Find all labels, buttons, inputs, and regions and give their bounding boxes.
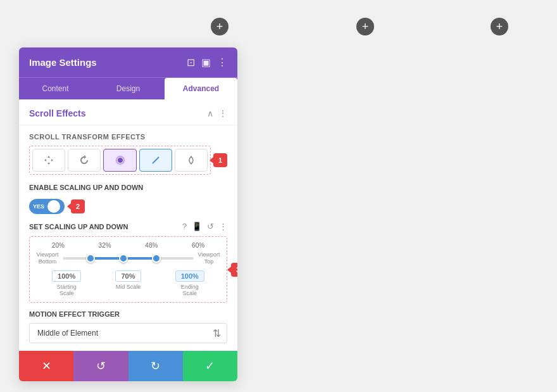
enable-scaling-row: Enable Scaling Up and Down bbox=[29, 184, 227, 191]
save-icon: ✓ bbox=[205, 359, 215, 373]
motion-trigger-select[interactable]: Middle of Element Top of Element Bottom … bbox=[29, 323, 227, 343]
badge-2: 2 bbox=[71, 199, 85, 213]
undo-icon: ↺ bbox=[96, 359, 106, 373]
toggle-yes-label: YES bbox=[31, 203, 46, 210]
cancel-icon: ✕ bbox=[42, 359, 51, 373]
svg-line-3 bbox=[153, 157, 159, 163]
slider-thumb-start[interactable] bbox=[86, 254, 95, 263]
viewport-top-label: ViewportTop bbox=[196, 251, 222, 265]
image-settings-panel: Image Settings ⊡ ▣ ⋮ Content Design Adva… bbox=[19, 47, 237, 381]
viewport-bottom-label: ViewportBottom bbox=[35, 251, 60, 265]
add-column-button-1[interactable]: + bbox=[211, 18, 228, 35]
add-column-button-3[interactable]: + bbox=[491, 18, 508, 35]
footer-buttons: ✕ ↺ ↻ ✓ bbox=[19, 351, 237, 381]
motion-trigger-select-wrapper: Middle of Element Top of Element Bottom … bbox=[29, 323, 227, 343]
mid-scale-value[interactable]: 70% bbox=[115, 270, 141, 282]
tab-advanced[interactable]: Advanced bbox=[165, 78, 237, 99]
redo-icon: ↻ bbox=[151, 359, 160, 373]
pct-32: 32% bbox=[99, 242, 111, 249]
scaling-toggle[interactable]: YES bbox=[29, 199, 65, 214]
scroll-effects-section-header: Scroll Effects ∧ ⋮ bbox=[19, 99, 237, 125]
pct-60: 60% bbox=[192, 242, 204, 249]
slider-track-row: ViewportBottom ViewportTop bbox=[35, 251, 222, 265]
add-column-button-2[interactable]: + bbox=[356, 18, 374, 35]
transform-move-btn[interactable] bbox=[32, 149, 65, 172]
scale-values: 100% StartingScale 70% Mid Scale 100% En… bbox=[35, 270, 222, 298]
content-area: Scroll Transform Effects bbox=[19, 125, 237, 351]
mid-scale-col: 70% Mid Scale bbox=[115, 270, 141, 298]
slider-thumb-end[interactable] bbox=[152, 254, 161, 263]
scaling-actions: ? 📱 ↺ ⋮ bbox=[182, 222, 227, 231]
badge-1: 1 bbox=[213, 153, 227, 167]
section-title: Scroll Effects bbox=[29, 108, 85, 118]
help-icon[interactable]: ? bbox=[182, 222, 187, 231]
enable-scaling-label: Enable Scaling Up and Down bbox=[29, 184, 143, 191]
section-actions: ∧ ⋮ bbox=[207, 108, 227, 118]
plus-icon-3: + bbox=[496, 20, 503, 34]
mid-scale-label: Mid Scale bbox=[116, 284, 141, 291]
slider-percentages: 20% 32% 48% 60% bbox=[35, 242, 222, 249]
starting-scale-col: 100% StartingScale bbox=[52, 270, 81, 298]
plus-icon-1: + bbox=[216, 20, 223, 34]
slider-track[interactable] bbox=[63, 257, 194, 260]
plus-icon-2: + bbox=[362, 20, 369, 34]
redo-button[interactable]: ↻ bbox=[128, 351, 183, 381]
ending-scale-value[interactable]: 100% bbox=[175, 270, 204, 282]
starting-scale-value[interactable]: 100% bbox=[52, 270, 81, 282]
transform-buttons bbox=[29, 146, 211, 175]
tab-content[interactable]: Content bbox=[19, 78, 92, 99]
set-scaling-label: Set Scaling Up and Down bbox=[29, 223, 128, 231]
panel-header: Image Settings ⊡ ▣ ⋮ bbox=[19, 47, 237, 77]
motion-trigger-label: Motion Effect Trigger bbox=[29, 310, 227, 318]
slider-thumb-mid[interactable] bbox=[119, 254, 128, 263]
starting-scale-label: StartingScale bbox=[57, 284, 77, 298]
section-more-icon[interactable]: ⋮ bbox=[218, 108, 227, 118]
mobile-icon[interactable]: 📱 bbox=[192, 222, 202, 231]
slider-container: 20% 32% 48% 60% ViewportBottom bbox=[29, 236, 227, 303]
transform-tilt-btn[interactable] bbox=[139, 149, 172, 172]
set-scaling-row: Set Scaling Up and Down ? 📱 ↺ ⋮ bbox=[29, 222, 227, 231]
scroll-transform-label: Scroll Transform Effects bbox=[29, 133, 227, 141]
cancel-button[interactable]: ✕ bbox=[19, 351, 73, 381]
reset-icon[interactable]: ↺ bbox=[207, 222, 214, 231]
ending-scale-col: 100% EndingScale bbox=[175, 270, 204, 298]
panel-tabs: Content Design Advanced bbox=[19, 77, 237, 99]
panel-header-actions: ⊡ ▣ ⋮ bbox=[187, 56, 227, 68]
toggle-thumb bbox=[47, 200, 60, 213]
collapse-icon[interactable]: ∧ bbox=[207, 108, 213, 118]
transform-rotate-btn[interactable] bbox=[68, 149, 101, 172]
svg-point-0 bbox=[118, 158, 123, 163]
panel-title: Image Settings bbox=[29, 57, 97, 68]
columns-icon[interactable]: ▣ bbox=[201, 56, 211, 68]
badge-3: 3 bbox=[231, 263, 237, 277]
undo-button[interactable]: ↺ bbox=[73, 351, 128, 381]
panel-body: Scroll Effects ∧ ⋮ Scroll Transform Effe… bbox=[19, 99, 237, 351]
transform-blur-btn[interactable] bbox=[103, 149, 136, 172]
tab-design[interactable]: Design bbox=[92, 78, 165, 99]
save-button[interactable]: ✓ bbox=[183, 351, 237, 381]
fullscreen-icon[interactable]: ⊡ bbox=[187, 56, 195, 68]
transform-opacity-btn[interactable] bbox=[175, 149, 208, 172]
pct-20: 20% bbox=[52, 242, 65, 249]
ending-scale-label: EndingScale bbox=[181, 284, 199, 298]
pct-48: 48% bbox=[145, 242, 158, 249]
more-icon[interactable]: ⋮ bbox=[217, 56, 227, 68]
more-scaling-icon[interactable]: ⋮ bbox=[219, 222, 227, 231]
